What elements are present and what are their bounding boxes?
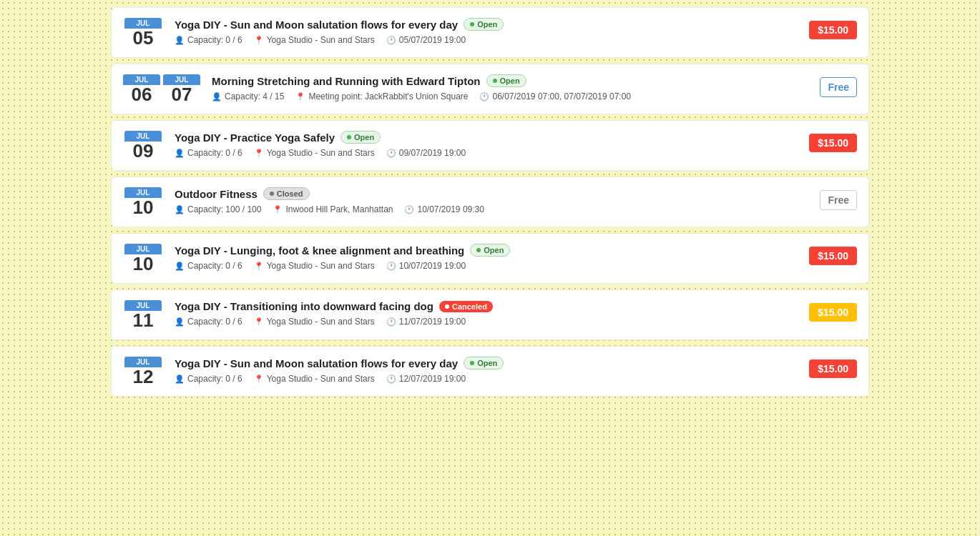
person-icon: 👤 xyxy=(175,205,185,214)
date-day: 09 xyxy=(133,142,154,160)
capacity-meta: 👤 Capacity: 100 / 100 xyxy=(175,204,261,214)
event-title: Yoga DIY - Transitioning into downward f… xyxy=(175,300,433,312)
datetime-meta: 🕐 12/07/2019 19:00 xyxy=(386,374,466,384)
event-meta: 👤 Capacity: 0 / 6 📍 Yoga Studio - Sun an… xyxy=(175,148,798,158)
event-content: Yoga DIY - Transitioning into downward f… xyxy=(175,300,798,327)
capacity-text: Capacity: 0 / 6 xyxy=(187,261,242,271)
price-badge: $15.00 xyxy=(809,244,857,265)
person-icon: 👤 xyxy=(175,317,185,327)
clock-icon: 🕐 xyxy=(479,92,489,101)
event-meta: 👤 Capacity: 0 / 6 📍 Yoga Studio - Sun an… xyxy=(175,35,798,45)
location-text: Yoga Studio - Sun and Stars xyxy=(267,148,375,158)
datetime-meta: 🕐 06/07/2019 07:00, 07/07/2019 07:00 xyxy=(479,91,631,101)
capacity-text: Capacity: 0 / 6 xyxy=(187,148,242,158)
location-meta: 📍 Yoga Studio - Sun and Stars xyxy=(254,374,375,384)
capacity-meta: 👤 Capacity: 0 / 6 xyxy=(175,374,242,384)
date-badge: JUL 05 xyxy=(123,18,163,47)
person-icon: 👤 xyxy=(175,262,185,271)
location-meta: 📍 Meeting point: JackRabbit's Union Squa… xyxy=(295,91,468,101)
event-content: Yoga DIY - Sun and Moon salutation flows… xyxy=(175,18,798,45)
clock-icon: 🕐 xyxy=(386,262,396,271)
datetime-meta: 🕐 10/07/2019 19:00 xyxy=(386,261,466,271)
location-text: Yoga Studio - Sun and Stars xyxy=(267,317,375,327)
price-label: Free xyxy=(820,77,857,97)
event-card[interactable]: JUL 05 Yoga DIY - Sun and Moon salutatio… xyxy=(111,7,869,58)
location-icon: 📍 xyxy=(254,374,264,384)
event-title: Yoga DIY - Sun and Moon salutation flows… xyxy=(175,357,458,369)
date-day-2: 07 xyxy=(172,85,192,104)
capacity-text: Capacity: 4 / 15 xyxy=(225,91,284,101)
location-icon: 📍 xyxy=(295,92,305,101)
location-icon: 📍 xyxy=(254,317,264,327)
event-title-row: Morning Stretching and Running with Edwa… xyxy=(212,74,808,87)
event-meta: 👤 Capacity: 4 / 15 📍 Meeting point: Jack… xyxy=(212,91,808,101)
datetime-text: 05/07/2019 19:00 xyxy=(399,35,466,45)
clock-icon: 🕐 xyxy=(386,374,396,384)
event-title: Yoga DIY - Sun and Moon salutation flows… xyxy=(175,19,458,31)
event-content: Yoga DIY - Practice Yoga Safely Open 👤 C… xyxy=(175,131,798,158)
date-badge: JUL 10 xyxy=(123,244,163,273)
location-meta: 📍 Yoga Studio - Sun and Stars xyxy=(254,317,375,327)
price-badge: $15.00 xyxy=(809,300,857,322)
event-meta: 👤 Capacity: 0 / 6 📍 Yoga Studio - Sun an… xyxy=(175,317,798,327)
event-content: Yoga DIY - Lunging, foot & knee alignmen… xyxy=(175,244,798,271)
person-icon: 👤 xyxy=(175,149,185,158)
capacity-meta: 👤 Capacity: 4 / 15 xyxy=(212,91,284,101)
datetime-text: 06/07/2019 07:00, 07/07/2019 07:00 xyxy=(492,91,631,101)
event-card[interactable]: JUL 09 Yoga DIY - Practice Yoga Safely O… xyxy=(111,120,869,171)
event-card[interactable]: JUL 06 JUL 07 Morning Stretching and Run… xyxy=(111,64,869,114)
events-list: JUL 05 Yoga DIY - Sun and Moon salutatio… xyxy=(97,0,883,410)
location-icon: 📍 xyxy=(273,205,283,214)
date-badge: JUL 10 xyxy=(123,187,163,217)
price-label: $15.00 xyxy=(809,359,857,378)
event-title-row: Yoga DIY - Lunging, foot & knee alignmen… xyxy=(175,244,798,257)
price-badge: Free xyxy=(820,74,857,97)
status-badge: Canceled xyxy=(439,301,493,312)
status-badge: Open xyxy=(464,357,504,369)
location-meta: 📍 Yoga Studio - Sun and Stars xyxy=(254,35,375,45)
event-title-row: Yoga DIY - Sun and Moon salutation flows… xyxy=(175,18,798,31)
datetime-meta: 🕐 09/07/2019 19:00 xyxy=(386,148,466,158)
capacity-meta: 👤 Capacity: 0 / 6 xyxy=(175,148,242,158)
date-badge: JUL 06 JUL 07 xyxy=(123,74,200,104)
event-card[interactable]: JUL 10 Outdoor Fitness Closed 👤 Capacity… xyxy=(111,177,869,227)
person-icon: 👤 xyxy=(212,92,222,101)
location-icon: 📍 xyxy=(254,262,264,271)
event-card[interactable]: JUL 11 Yoga DIY - Transitioning into dow… xyxy=(111,289,869,340)
capacity-text: Capacity: 0 / 6 xyxy=(187,317,242,327)
date-day: 11 xyxy=(133,311,154,329)
status-badge: Open xyxy=(340,131,381,144)
capacity-meta: 👤 Capacity: 0 / 6 xyxy=(175,317,242,327)
date-day: 10 xyxy=(133,198,154,217)
datetime-text: 12/07/2019 19:00 xyxy=(399,374,466,384)
capacity-text: Capacity: 0 / 6 xyxy=(187,35,242,45)
event-title: Yoga DIY - Practice Yoga Safely xyxy=(175,131,335,144)
location-meta: 📍 Inwood Hill Park, Manhattan xyxy=(273,204,393,214)
price-badge: $15.00 xyxy=(809,131,857,152)
event-content: Yoga DIY - Sun and Moon salutation flows… xyxy=(175,357,798,384)
date-badge: JUL 11 xyxy=(123,300,163,329)
person-icon: 👤 xyxy=(175,374,185,384)
clock-icon: 🕐 xyxy=(404,205,414,214)
status-badge: Closed xyxy=(263,187,310,200)
event-meta: 👤 Capacity: 100 / 100 📍 Inwood Hill Park… xyxy=(175,204,808,214)
price-label: Free xyxy=(820,190,857,210)
capacity-meta: 👤 Capacity: 0 / 6 xyxy=(175,35,242,45)
event-card[interactable]: JUL 10 Yoga DIY - Lunging, foot & knee a… xyxy=(111,233,869,284)
location-meta: 📍 Yoga Studio - Sun and Stars xyxy=(254,261,375,271)
clock-icon: 🕐 xyxy=(386,149,396,158)
price-label: $15.00 xyxy=(809,21,857,39)
status-badge: Open xyxy=(464,18,504,31)
location-text: Yoga Studio - Sun and Stars xyxy=(267,374,375,384)
date-badge: JUL 09 xyxy=(123,131,163,160)
capacity-meta: 👤 Capacity: 0 / 6 xyxy=(175,261,242,271)
date-day-1: 06 xyxy=(132,85,152,104)
date-day: 10 xyxy=(133,254,154,273)
location-text: Inwood Hill Park, Manhattan xyxy=(285,204,393,214)
capacity-text: Capacity: 100 / 100 xyxy=(187,204,261,214)
location-icon: 📍 xyxy=(254,149,264,158)
event-title: Outdoor Fitness xyxy=(175,188,258,200)
event-card[interactable]: JUL 12 Yoga DIY - Sun and Moon salutatio… xyxy=(111,346,869,397)
clock-icon: 🕐 xyxy=(386,317,396,327)
event-title-row: Outdoor Fitness Closed xyxy=(175,187,808,200)
